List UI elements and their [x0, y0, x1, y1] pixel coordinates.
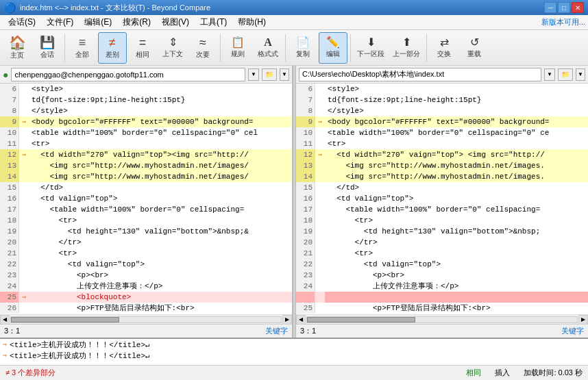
right-code-area: 6 <style> 7 td{font-size:9pt;line-height… [296, 84, 588, 314]
toolbar-sep-1 [64, 34, 65, 62]
left-path-bar: ● ▼ 📁 ▼ [0, 66, 292, 84]
right-scroll-track [306, 316, 578, 323]
diff-line-2: ⇒ <title>主机开设成功！！！</title>↵ [0, 350, 588, 361]
window-title: index.htm <--> index.txt - 文本比较(T) - Bey… [20, 3, 210, 13]
right-scroll-left[interactable]: ◀ [296, 315, 306, 325]
toolbar-prev-button[interactable]: ⬆ 上一部分 [389, 32, 424, 64]
toolbar-format-button[interactable]: A 格式式 [254, 32, 282, 64]
right-hscrollbar: ◀ ▶ [296, 314, 588, 324]
toolbar-session-button[interactable]: 💾 会话 [33, 32, 62, 64]
toolbar-diff-button[interactable]: ≠ 差别 [98, 32, 127, 64]
right-line-24-empty [296, 292, 588, 303]
toolbar-context-button[interactable]: ⇕ 上下文 [158, 32, 187, 64]
home-icon: 🏠 [9, 36, 26, 49]
left-pane-bottom: 3：1 关键字 [0, 324, 292, 338]
right-line-20: 20 </tr> [296, 237, 588, 248]
toolbar-rule-button[interactable]: 📋 规则 [223, 32, 252, 64]
copy-label: 复制 [296, 49, 310, 59]
left-scroll-thumb[interactable] [11, 317, 119, 322]
diff-ind-2: ⇒ [3, 351, 7, 359]
left-folder-button[interactable]: 📁 [262, 68, 277, 81]
status-diff-count: ≠ 3 个差异部分 [5, 368, 56, 378]
left-line-23: 23 <p><br> [0, 270, 292, 281]
right-line-8: 8 </style> [296, 105, 588, 116]
right-line-12: 12 ⇒ <td width="270" vaign="top"> <img s… [296, 149, 588, 160]
right-path-input[interactable] [299, 68, 541, 81]
left-keyword-link[interactable]: 关键字 [265, 326, 288, 336]
toolbar-home-button[interactable]: 🏠 主页 [3, 32, 32, 64]
left-scroll-left[interactable]: ◀ [0, 315, 10, 325]
statusbar: ≠ 3 个差异部分 相同 插入 加载时间: 0.03 秒 [0, 365, 588, 380]
status-insert: 插入 [495, 368, 510, 378]
session-icon: 💾 [40, 36, 55, 49]
toolbar-edit-button[interactable]: ✏️ 编辑 [319, 32, 347, 64]
session-label: 会话 [40, 50, 54, 60]
status-same: 相同 [466, 368, 481, 378]
diff-label: 差别 [106, 50, 119, 60]
menu-file[interactable]: 文件(F) [41, 15, 79, 29]
pane-container: ● ▼ 📁 ▼ 6 <style> 7 td{font-size:9pt;lin… [0, 66, 588, 338]
reload-icon: ↺ [470, 37, 479, 48]
right-path-dropdown[interactable]: ▼ [544, 68, 555, 81]
diff-content-1: <title>主机开设成功！！！</title>↵ [10, 340, 150, 350]
toolbar-swap-button[interactable]: ⇄ 交换 [430, 32, 458, 64]
menu-tools[interactable]: 工具(T) [195, 15, 232, 29]
toolbar-sep-5 [426, 34, 427, 62]
new-version-link[interactable]: 新版本可用... [541, 17, 585, 27]
toolbar-all-button[interactable]: ≡ 全部 [68, 32, 97, 64]
right-path-bar: ▼ 📁 ▼ [296, 66, 588, 84]
left-path-dropdown[interactable]: ▼ [248, 68, 259, 81]
left-path-input[interactable] [11, 68, 245, 81]
right-scroll-thumb[interactable] [307, 317, 415, 322]
menu-session[interactable]: 会话(S) [3, 15, 41, 29]
left-hscrollbar: ◀ ▶ [0, 314, 292, 324]
right-folder-dropdown[interactable]: ▼ [576, 68, 585, 81]
maximize-button[interactable]: □ [558, 2, 570, 13]
left-folder-dropdown[interactable]: ▼ [280, 68, 289, 81]
copy-icon: 📄 [296, 37, 310, 48]
right-line-13: 13 <img src="http://www.myhostadmin.net/… [296, 160, 588, 171]
minimize-button[interactable]: ─ [544, 2, 556, 13]
left-line-11: 11 <tr> [0, 138, 292, 149]
toolbar-sep-2 [220, 34, 221, 62]
left-conn-indicator: ● [3, 69, 8, 80]
left-scroll-track [10, 316, 282, 323]
right-line-18: 18 <tr> [296, 215, 588, 226]
all-label: 全部 [75, 50, 89, 60]
right-line-10: 10 <table width="100%" border="0" cellsp… [296, 127, 588, 138]
right-line-16: 16 <td valign="top"> [296, 193, 588, 204]
app-icon: 🔵 [4, 2, 16, 13]
left-line-24: 24 上传文件注意事项：</p> [0, 281, 292, 292]
close-button[interactable]: ✕ [572, 2, 584, 13]
right-line-9: 9 ⇒ <body bgcolor="#FFFFFF" text="#00000… [296, 116, 588, 127]
menu-view[interactable]: 视图(V) [156, 15, 195, 29]
left-scroll-right[interactable]: ▶ [282, 315, 292, 325]
right-keyword-link[interactable]: 关键字 [561, 326, 584, 336]
right-scroll-right[interactable]: ▶ [578, 315, 588, 325]
next-icon: ⬇ [367, 37, 376, 48]
toolbar-same-button[interactable]: = 相同 [128, 32, 157, 64]
swap-label: 交换 [437, 49, 451, 59]
toolbar-reload-button[interactable]: ↺ 重载 [460, 32, 489, 64]
left-line-16: 16 <td valign="top"> [0, 193, 292, 204]
diff-line-1: ⇒ <title>主机开设成功！！！</title>↵ [0, 339, 588, 350]
status-load-time: 加载时间: 0.03 秒 [524, 368, 583, 378]
home-label: 主页 [10, 51, 24, 60]
toolbar-copy-button[interactable]: 📄 复制 [289, 32, 317, 64]
left-line-6: 6 <style> [0, 84, 292, 94]
right-line-23: 23 <p><br> [296, 270, 588, 281]
edit-icon: ✏️ [326, 37, 340, 48]
menu-search[interactable]: 搜索(R) [117, 15, 156, 29]
left-pane: ● ▼ 📁 ▼ 6 <style> 7 td{font-size:9pt;lin… [0, 66, 293, 338]
window-controls: ─ □ ✕ [544, 2, 584, 13]
right-line-7: 7 td{font-size:9pt;line-height:15pt} [296, 94, 588, 105]
right-line-25: 25 <p>FTP登陆后目录结构如下:<br> [296, 303, 588, 314]
right-folder-button[interactable]: 📁 [558, 68, 573, 81]
same-icon: = [139, 36, 147, 49]
menu-help[interactable]: 帮助(H) [232, 15, 271, 29]
menu-edit[interactable]: 编辑(E) [79, 15, 117, 29]
toolbar-next-button[interactable]: ⬇ 下一区段 [354, 32, 388, 64]
toolbar-minor-button[interactable]: ≈ 次要 [188, 32, 217, 64]
left-line-7: 7 td{font-size:9pt;line-height:15pt} [0, 94, 292, 105]
left-line-19: 19 <td height="130" valign="bottom">&nbs… [0, 226, 292, 237]
